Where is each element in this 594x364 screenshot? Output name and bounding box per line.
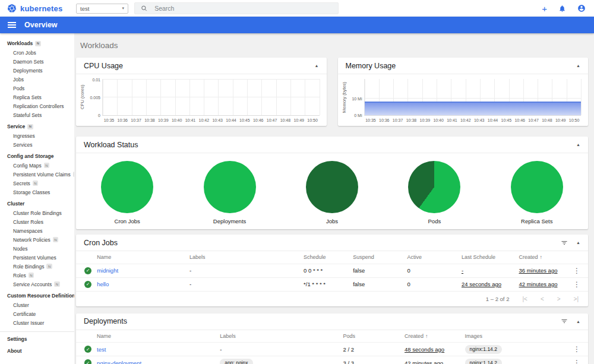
- column-header-name[interactable]: Name: [94, 251, 187, 264]
- pie-deployments[interactable]: [204, 161, 256, 213]
- sidebar-item-namespaces[interactable]: Namespaces: [0, 226, 74, 235]
- column-header-name[interactable]: Name: [94, 330, 217, 343]
- column-header-last-schedule[interactable]: Last Schedule: [459, 251, 517, 264]
- sidebar-item-roles[interactable]: RolesN: [0, 271, 74, 280]
- sidebar-item-stateful-sets[interactable]: Stateful Sets: [0, 110, 74, 119]
- sidebar-section-service[interactable]: ServiceN: [0, 122, 74, 131]
- row-menu-button[interactable]: ⋮: [573, 280, 580, 289]
- namespace-value: test: [80, 5, 89, 12]
- column-header-images[interactable]: Images: [463, 330, 571, 343]
- previous-page-icon[interactable]: <: [541, 296, 544, 302]
- sidebar-item-persistent-volumes[interactable]: Persistent Volumes: [0, 253, 74, 262]
- create-resource-button[interactable]: +: [542, 4, 547, 13]
- column-header-label: Created: [519, 254, 538, 260]
- column-header-active[interactable]: Active: [405, 251, 459, 264]
- column-header-suspend[interactable]: Suspend: [350, 251, 405, 264]
- labels-cell: -: [217, 343, 340, 356]
- search-bar[interactable]: [134, 2, 339, 14]
- column-header-created[interactable]: Created↑: [517, 251, 571, 264]
- deployment-name-link[interactable]: test: [97, 346, 106, 353]
- sidebar-section-workloads[interactable]: WorkloadsN: [0, 39, 74, 48]
- row-menu-button[interactable]: ⋮: [573, 267, 580, 275]
- column-header-pods[interactable]: Pods: [340, 330, 402, 343]
- filter-button[interactable]: [561, 318, 568, 325]
- sidebar-item-cluster-role-bindings[interactable]: Cluster Role Bindings: [0, 208, 74, 217]
- y-tick-label: 0.005: [90, 96, 100, 100]
- sidebar-item-replication-controllers[interactable]: Replication Controllers: [0, 102, 74, 110]
- collapse-icon[interactable]: ▲: [576, 143, 580, 147]
- label-chip: app: nginx: [220, 359, 252, 364]
- sidebar-item-secrets[interactable]: SecretsN: [0, 179, 74, 188]
- first-page-icon[interactable]: |<: [522, 296, 527, 302]
- sidebar-section-config-and-storage[interactable]: Config and Storage: [0, 151, 74, 161]
- pie-jobs[interactable]: [306, 161, 358, 213]
- sidebar-item-cluster-roles[interactable]: Cluster Roles: [0, 217, 74, 226]
- suspend-cell: false: [350, 264, 405, 277]
- search-input[interactable]: [154, 5, 332, 12]
- pie-replica-sets[interactable]: [511, 161, 563, 213]
- sidebar-item-deployments[interactable]: Deployments: [0, 66, 74, 75]
- namespace-selector[interactable]: test ▾: [76, 4, 128, 14]
- status-column-header: [76, 330, 94, 343]
- user-account-button[interactable]: [577, 4, 586, 12]
- sidebar-item-services[interactable]: Services: [0, 140, 74, 149]
- deployment-name-link[interactable]: nginx-deployment: [97, 360, 141, 364]
- sidebar-item-pods[interactable]: Pods: [0, 84, 74, 93]
- sidebar-item-replica-sets[interactable]: Replica Sets: [0, 93, 74, 102]
- memory-plot-area: 0 Mi10 Mi: [364, 79, 582, 116]
- notifications-button[interactable]: [558, 5, 566, 12]
- sidebar-item-network-policies[interactable]: Network PoliciesN: [0, 235, 74, 244]
- sidebar-item-label: Deployments: [13, 68, 43, 74]
- sidebar-item-ingresses[interactable]: Ingresses: [0, 131, 74, 140]
- pie-label: Replica Sets: [511, 218, 563, 224]
- sidebar-item-cluster-issuer[interactable]: Cluster Issuer: [0, 318, 74, 327]
- last-page-icon[interactable]: >|: [574, 296, 579, 302]
- sidebar-item-daemon-sets[interactable]: Daemon Sets: [0, 57, 74, 66]
- status-ok-icon: ✓: [84, 346, 91, 353]
- sidebar-divider: [0, 331, 74, 332]
- sidebar-section-settings[interactable]: Settings: [0, 334, 74, 344]
- pie-cron-jobs[interactable]: [101, 161, 153, 213]
- filter-button[interactable]: [561, 239, 568, 246]
- created-value: 42 minutes ago: [405, 360, 443, 364]
- sidebar-section-cluster[interactable]: Cluster: [0, 199, 74, 208]
- sidebar-item-service-accounts[interactable]: Service AccountsN: [0, 280, 74, 289]
- collapse-icon[interactable]: ▲: [576, 240, 580, 245]
- collapse-icon[interactable]: ▲: [576, 64, 580, 68]
- cronjob-name-link[interactable]: hello: [97, 281, 109, 287]
- menu-button[interactable]: [8, 22, 16, 28]
- deployments-table-header: NameLabelsPodsCreated↑Images: [76, 330, 588, 343]
- collapse-icon[interactable]: ▲: [315, 64, 319, 68]
- namespaced-badge: N: [29, 273, 34, 278]
- sidebar-item-jobs[interactable]: Jobs: [0, 75, 74, 84]
- sidebar-item-storage-classes[interactable]: Storage Classes: [0, 188, 74, 197]
- images-cell: nginx:1.14.2: [463, 356, 571, 364]
- memory-chart: Memory (bytes) 0 Mi10 Mi 10:3510:3610:37…: [338, 74, 589, 126]
- sidebar-item-cron-jobs[interactable]: Cron Jobs: [0, 48, 74, 57]
- column-header-labels[interactable]: Labels: [217, 330, 340, 343]
- kubernetes-logo[interactable]: kubernetes: [0, 4, 76, 13]
- row-menu-button[interactable]: ⋮: [573, 345, 580, 353]
- x-tick-label: 10:47: [527, 118, 541, 124]
- column-header-labels[interactable]: Labels: [187, 251, 301, 264]
- sidebar-item-label: Ingresses: [13, 133, 35, 139]
- column-header-created[interactable]: Created↑: [402, 330, 463, 343]
- sidebar-item-nodes[interactable]: Nodes: [0, 244, 74, 253]
- filter-icon: [561, 239, 568, 246]
- sidebar-item-certificate[interactable]: Certificate: [0, 309, 74, 318]
- sidebar-item-cluster[interactable]: Cluster: [0, 300, 74, 309]
- pie-pods[interactable]: [408, 161, 460, 213]
- sidebar-section-about[interactable]: About: [0, 346, 74, 356]
- next-page-icon[interactable]: >: [557, 296, 561, 302]
- cronjob-name-link[interactable]: midnight: [97, 267, 118, 274]
- row-menu-button[interactable]: ⋮: [573, 359, 580, 364]
- sidebar-item-role-bindings[interactable]: Role BindingsN: [0, 262, 74, 271]
- sidebar-section-custom-resource-definitions[interactable]: Custom Resource Definitions: [0, 291, 74, 300]
- sidebar-item-persistent-volume-claims[interactable]: Persistent Volume ClaimsN: [0, 170, 74, 179]
- collapse-icon[interactable]: ▲: [576, 319, 580, 324]
- cpu-x-axis: 10:3510:3610:3710:3810:3910:4010:4110:42…: [102, 116, 320, 124]
- sidebar-item-config-maps[interactable]: Config MapsN: [0, 161, 74, 170]
- toolbar: Overview: [0, 17, 594, 33]
- last-schedule-value: 24 seconds ago: [462, 281, 501, 287]
- column-header-schedule[interactable]: Schedule: [301, 251, 350, 264]
